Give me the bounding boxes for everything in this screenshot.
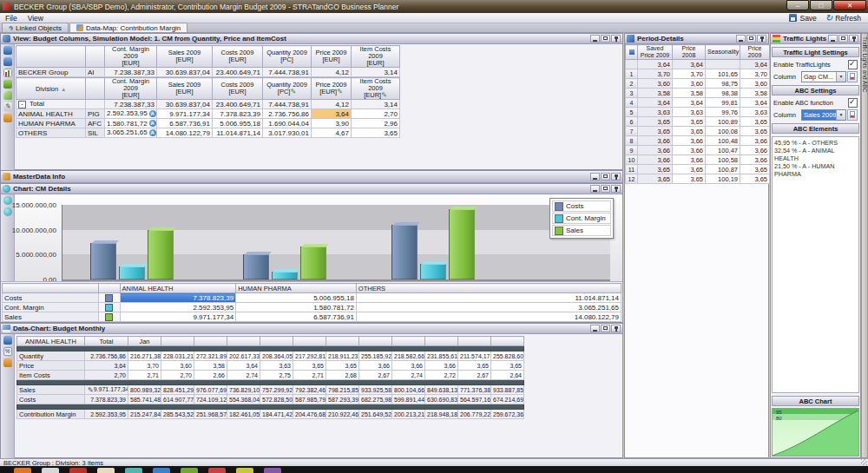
period-row-number[interactable]: 3 — [626, 89, 638, 98]
monthly-value-cell[interactable]: 255.828,60 — [491, 351, 524, 361]
monthly-value-cell[interactable]: 976.077,69 — [194, 385, 227, 395]
period-column-header[interactable]: Price 2009 — [740, 45, 770, 60]
division-value-cell[interactable]: 4,12 — [312, 100, 352, 109]
monthly-column-header[interactable] — [227, 337, 260, 346]
chart-report-icon[interactable] — [3, 69, 12, 77]
window-maximize-button[interactable]: □ — [810, 0, 832, 10]
monthly-row-label[interactable]: Sales — [17, 385, 85, 395]
monthly-value-cell[interactable]: 228.031,21 — [161, 351, 194, 361]
database-icon[interactable] — [3, 336, 12, 345]
monthly-column-header[interactable] — [425, 337, 458, 346]
period-row-number[interactable] — [626, 60, 638, 69]
period-value-cell[interactable]: 99,76 — [706, 108, 740, 117]
period-value-cell[interactable]: 3,60 — [638, 79, 673, 89]
monthly-value-cell[interactable]: 272.321,89 — [194, 351, 227, 361]
panel-maximize-button[interactable] — [601, 173, 610, 181]
traffic-column-dropdown[interactable]: Gap CM... ▼ — [801, 71, 846, 82]
menu-file[interactable]: File — [0, 14, 23, 23]
save-button[interactable]: Save — [789, 14, 816, 23]
chart-table-value-cell[interactable]: 9.971.177,34 — [120, 312, 236, 322]
traffic-column-clear-button[interactable] — [847, 71, 858, 82]
chart-table-row-label[interactable]: Cont. Margin — [3, 303, 99, 312]
division-row-label[interactable]: HUMAN PHARMA — [16, 119, 86, 128]
taskbar-item[interactable] — [69, 468, 87, 473]
taskbar-item[interactable] — [125, 468, 142, 473]
monthly-value-cell[interactable]: 3,66 — [425, 361, 458, 371]
menu-view[interactable]: View — [23, 14, 49, 23]
monthly-value-cell[interactable]: 218.911,23 — [326, 351, 359, 361]
traffic-lights-abc-side-tab[interactable]: Traffic Lights and ABC — [861, 33, 868, 458]
division-column-header[interactable]: Quantity 2009 [PC]✎ — [263, 78, 312, 100]
period-value-cell[interactable]: 3,63 — [638, 108, 673, 117]
period-value-cell[interactable]: 3,65 — [740, 127, 770, 136]
monthly-value-cell[interactable]: 3,66 — [359, 361, 392, 371]
period-value-cell[interactable]: 3,64 — [638, 60, 673, 69]
export-icon[interactable] — [3, 80, 12, 89]
monthly-value-cell[interactable]: 2,70 — [85, 371, 128, 380]
monthly-value-cell[interactable]: 614.907,77 — [161, 395, 194, 404]
monthly-value-cell[interactable]: 587.985,79 — [293, 395, 326, 404]
monthly-value-cell[interactable]: 217.292,81 — [293, 351, 326, 361]
division-value-cell[interactable]: 3,65 — [352, 128, 400, 138]
monthly-value-cell[interactable]: 572.828,50 — [260, 395, 293, 404]
division-row-label[interactable]: ANIMAL HEALTH — [16, 109, 86, 119]
period-value-cell[interactable]: 3,60 — [673, 79, 706, 89]
division-row-code[interactable] — [86, 100, 105, 109]
monthly-column-header[interactable] — [458, 337, 491, 346]
monthly-row-label[interactable]: Item Costs — [17, 371, 85, 380]
monthly-value-cell[interactable]: 3,65 — [293, 361, 326, 371]
abc-column-dropdown[interactable]: Sales 2009 ▼ — [801, 109, 846, 121]
monthly-value-cell[interactable]: 7.378.823,39 — [85, 395, 128, 404]
monthly-value-cell[interactable]: 630.690,83 — [425, 395, 458, 404]
taskbar-item[interactable] — [14, 468, 31, 473]
division-row-code[interactable]: SIL — [86, 128, 105, 138]
monthly-value-cell[interactable]: 2.592.353,95 — [85, 410, 128, 419]
taskbar-item[interactable] — [153, 468, 170, 473]
monthly-value-cell[interactable]: 3,65 — [458, 361, 491, 371]
panel-minimize-button[interactable] — [590, 35, 600, 43]
monthly-value-cell[interactable]: 724.109,12 — [194, 395, 227, 404]
monthly-value-cell[interactable]: 231.855,61 — [425, 351, 458, 361]
division-code-header[interactable] — [86, 78, 105, 100]
panel-pin-button[interactable] — [849, 35, 858, 43]
period-row-number[interactable]: 4 — [626, 98, 638, 108]
period-value-cell[interactable]: 3,70 — [740, 69, 770, 79]
chart-table-row-label[interactable]: Costs — [3, 293, 99, 303]
monthly-value-cell[interactable]: 2,71 — [293, 371, 326, 380]
database-icon[interactable] — [3, 46, 12, 55]
monthly-value-cell[interactable]: 828.451,29 — [161, 385, 194, 395]
monthly-value-cell[interactable]: 3,65 — [491, 361, 524, 371]
monthly-value-cell[interactable]: 849.638,13 — [425, 385, 458, 395]
monthly-value-cell[interactable]: 2,74 — [227, 371, 260, 380]
monthly-value-cell[interactable]: 771.376,38 — [458, 385, 491, 395]
summary-row-code[interactable]: AI — [86, 68, 105, 77]
abc-column-clear-button[interactable] — [847, 109, 858, 121]
masterdata-panel-header[interactable]: MasterData Info — [1, 171, 622, 183]
period-value-cell[interactable]: 3,64 — [740, 98, 770, 108]
period-value-cell[interactable]: 100,89 — [706, 117, 740, 127]
monthly-value-cell[interactable]: 202.617,33 — [227, 351, 260, 361]
division-value-cell[interactable]: 23.400.649,71 — [213, 100, 263, 109]
chart-table-row-label[interactable]: Sales — [3, 312, 99, 322]
period-column-header[interactable]: Seasonality — [706, 45, 740, 60]
monthly-value-cell[interactable]: 216.271,38 — [128, 351, 161, 361]
period-value-cell[interactable]: 3,65 — [740, 165, 770, 174]
abc-element-item[interactable]: 45,95 % - A - OTHERS — [774, 139, 857, 147]
monthly-value-cell[interactable]: 554.368,04 — [227, 395, 260, 404]
period-row-number[interactable]: 8 — [626, 136, 638, 146]
division-value-cell[interactable]: 7.238.387,33 — [105, 100, 157, 109]
print-icon[interactable] — [3, 358, 12, 367]
panel-maximize-button[interactable] — [601, 35, 610, 43]
taskbar-item[interactable] — [264, 468, 281, 473]
period-value-cell[interactable]: 100,48 — [706, 136, 740, 146]
monthly-value-cell[interactable]: 757.299,92 — [260, 385, 293, 395]
monthly-value-cell[interactable]: 800.989,32 — [128, 385, 161, 395]
period-value-cell[interactable]: 100,19 — [706, 174, 740, 184]
percent-icon[interactable] — [3, 347, 12, 356]
monthly-row-label[interactable]: Contribution Margin — [17, 410, 85, 419]
monthly-value-cell[interactable]: 3,64 — [85, 361, 128, 371]
monthly-value-cell[interactable]: 2,74 — [392, 371, 425, 380]
panel-minimize-button[interactable] — [590, 325, 600, 332]
division-value-cell[interactable]: 3,14 — [352, 100, 400, 109]
division-value-cell[interactable]: 2,70 — [352, 109, 400, 119]
